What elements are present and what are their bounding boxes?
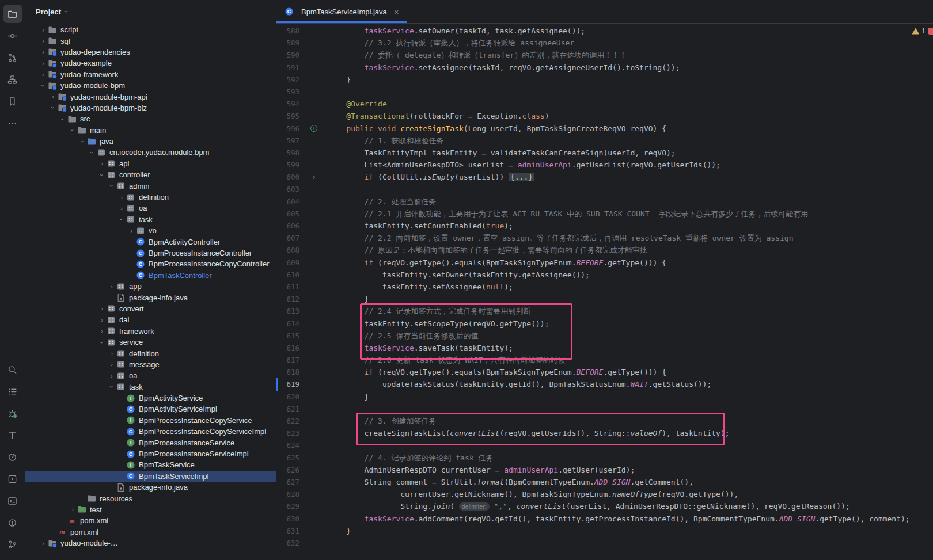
gutter[interactable]: 588 [276,25,328,37]
code-line[interactable]: 608 // 原因是：不能和向前加签的子任务一起审批，需要等前面的子任务都完成才… [276,244,933,256]
tree-item[interactable]: package-info.java [25,292,276,303]
code-text[interactable]: TaskEntityImpl taskEntity = validateTask… [328,147,933,159]
code-text[interactable]: taskEntity.setAssignee(null); [328,281,933,293]
commit-icon[interactable] [3,26,22,45]
gutter[interactable]: 627 [276,476,328,488]
line-number[interactable]: 617 [276,354,299,366]
code-line[interactable]: 606 taskEntity.setCountEnabled(true); [276,220,933,232]
line-number[interactable]: 616 [276,342,299,354]
code-line[interactable]: 631 } [276,525,933,537]
code-text[interactable]: currentUser.getNickname(), BpmTaskSignTy… [328,488,933,500]
tree-item[interactable]: ›java [25,136,276,147]
chevron-down-icon[interactable]: › [108,181,115,191]
code-text[interactable]: if (CollUtil.isEmpty(userList)) {...} [328,171,933,183]
code-text[interactable]: public void createSignTask(Long userId, … [328,123,933,135]
line-number[interactable]: 620 [276,391,299,403]
tree-item[interactable]: ›task [25,214,276,225]
gutter[interactable]: 632 [276,537,328,549]
gutter[interactable]: 595 [276,110,328,122]
code-line[interactable]: 614 taskEntity.setScopeType(reqVO.getTyp… [276,318,933,330]
code-line[interactable]: 619 updateTaskStatus(taskEntity.getId(),… [276,378,933,390]
code-line[interactable]: 592 } [276,74,933,86]
gutter[interactable]: 617 [276,354,328,366]
code-line[interactable]: 622 // 3. 创建加签任务 [276,415,933,427]
line-number[interactable]: 605 [276,208,299,220]
code-text[interactable] [328,403,933,415]
gutter[interactable]: 620 [276,391,328,403]
gutter[interactable]: 616 [276,342,328,354]
chevron-down-icon[interactable]: › [89,148,96,157]
tree-item[interactable]: CBpmProcessInstanceCopyController [25,258,276,269]
code-line[interactable]: 609 if (reqVO.getType().equals(BpmTaskSi… [276,257,933,269]
close-tab-icon[interactable]: × [394,7,399,17]
hierarchy-icon[interactable] [3,426,22,444]
profiler-icon[interactable] [3,448,22,466]
chevron-down-icon[interactable]: › [98,170,105,180]
gutter[interactable]: 615 [276,330,328,342]
tree-item[interactable]: CBpmActivityServiceImpl [25,403,276,414]
chevron-right-icon[interactable]: › [48,93,58,100]
code-line[interactable]: 625 // 4. 记录加签的评论到 task 任务 [276,452,933,464]
code-text[interactable]: List<AdminUserRespDTO> userList = adminU… [328,159,933,171]
code-text[interactable]: // 1. 获取和校验任务 [328,135,933,147]
code-line[interactable]: 627 String comment = StrUtil.format(BpmC… [276,476,933,488]
chevron-down-icon[interactable]: › [50,103,56,112]
todo-icon[interactable] [3,382,22,401]
chevron-right-icon[interactable]: › [97,160,107,167]
chevron-right-icon[interactable]: › [107,350,116,357]
terminal-icon[interactable] [3,492,22,510]
code-text[interactable] [328,183,933,195]
line-number[interactable]: 597 [276,135,299,147]
tree-item[interactable]: ›src [25,113,276,124]
gutter[interactable]: 614 [276,318,328,330]
gutter[interactable]: 623 [276,427,328,439]
line-number[interactable]: 606 [276,220,299,232]
tree-item[interactable]: CBpmTaskServiceImpl [25,471,276,482]
line-number[interactable]: 595 [276,110,299,122]
code-text[interactable]: createSignTaskList(convertList(reqVO.get… [328,427,933,439]
tree-item[interactable]: ›cn.iocoder.yudao.module.bpm [25,147,276,158]
chevron-right-icon[interactable]: › [39,71,48,78]
gutter[interactable]: 600› [276,171,328,183]
gutter[interactable]: 629 [276,500,328,512]
code-text[interactable] [328,537,933,549]
pull-requests-icon[interactable] [3,48,22,67]
chevron-right-icon[interactable]: › [97,317,107,323]
line-number[interactable]: 629 [276,500,299,512]
code-line[interactable]: 628 currentUser.getNickname(), BpmTaskSi… [276,488,933,500]
override-gutter-icon[interactable]: ↑ [299,125,328,132]
code-text[interactable]: // 2.1 开启计数功能，主要用于为了让表 ACT_RU_TASK 中的 SU… [328,208,933,220]
gutter[interactable]: 613 [276,305,328,317]
gutter[interactable]: 597 [276,135,328,147]
code-line[interactable]: 611 taskEntity.setAssignee(null); [276,281,933,293]
editor-tab[interactable]: C BpmTaskServiceImpl.java × [276,0,407,23]
code-line[interactable]: 618 if (reqVO.getType().equals(BpmTaskSi… [276,366,933,378]
code-text[interactable]: @Transactional(rollbackFor = Exception.c… [328,110,933,122]
tree-item[interactable]: ›oa [25,370,276,381]
code-text[interactable]: } [328,293,933,305]
line-number[interactable]: 615 [276,330,299,342]
line-number[interactable]: 609 [276,257,299,269]
tree-item[interactable]: IBpmProcessInstanceCopyService [25,415,276,426]
code-text[interactable]: updateTaskStatus(taskEntity.getId(), Bpm… [328,378,933,390]
tree-item[interactable]: ›sql [25,35,276,46]
code-text[interactable]: // 4. 记录加签的评论到 task 任务 [328,452,933,464]
line-number[interactable]: 591 [276,62,299,74]
gutter[interactable]: 609 [276,257,328,269]
code-line[interactable]: 621 [276,403,933,415]
code-line[interactable]: 598 TaskEntityImpl taskEntity = validate… [276,147,933,159]
code-line[interactable]: 595 @Transactional(rollbackFor = Excepti… [276,110,933,122]
tree-item[interactable]: mpom.xml [25,515,276,526]
line-number[interactable]: 622 [276,415,299,427]
line-number[interactable]: 592 [276,74,299,86]
code-text[interactable]: taskService.setOwner(taskId, task.getAss… [328,25,933,37]
code-text[interactable]: @Override [328,98,933,110]
line-number[interactable]: 589 [276,37,299,49]
line-number[interactable]: 618 [276,366,299,378]
gutter[interactable]: 621 [276,403,328,415]
line-number[interactable]: 628 [276,488,299,500]
chevron-right-icon[interactable]: › [39,60,48,67]
chevron-down-icon[interactable]: › [69,125,76,135]
line-number[interactable]: 619 [276,378,299,390]
line-number[interactable]: 604 [276,196,299,208]
